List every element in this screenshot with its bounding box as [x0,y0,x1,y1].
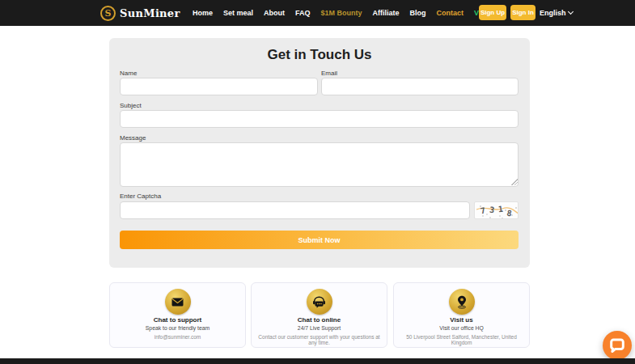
card-subtitle: 24/7 Live Support [252,325,387,331]
nav-item-contact[interactable]: Contact [437,9,464,17]
gold-badge [449,289,475,315]
captcha-field[interactable] [120,201,470,219]
sign-in-button[interactable]: Sign In [510,5,536,20]
captcha-image[interactable]: 7 3 1 8 [474,201,519,219]
captcha-digit: 3 [489,205,496,214]
captcha-digits: 7 3 1 8 [475,202,518,218]
chat-widget-button[interactable] [603,331,632,360]
footer-top-strip [0,358,635,364]
nav-item-blog[interactable]: Blog [410,9,426,17]
card-address: 50 Liverpool Street Salford, Manchester,… [394,334,529,345]
contact-card-online: Chat to online 24/7 Live Support Contact… [251,282,387,348]
sign-up-button[interactable]: Sign Up [479,5,506,20]
brand-name: SunMiner [120,7,180,19]
brand-logo[interactable]: S SunMiner [100,0,180,26]
submit-button[interactable]: Submit Now [120,231,519,249]
subject-field[interactable] [120,110,519,128]
nav-item-home[interactable]: Home [193,9,213,17]
captcha-label: Enter Captcha [120,193,161,200]
logo-letter: S [105,9,112,18]
card-email[interactable]: info@sunminer.com [110,334,245,340]
contact-card-support: Chat to support Speak to our friendly te… [109,282,246,348]
nav-item-bounty[interactable]: $1M Bounty [321,9,362,17]
nav-item-affiliate[interactable]: Affiliate [373,9,400,17]
contact-card-visit: Visit us Visit our office HQ 50 Liverpoo… [393,282,530,348]
headset-chat-icon [312,296,326,308]
card-title: Visit us [394,316,529,324]
email-label: Email [321,70,337,77]
contact-form-panel: Get in Touch Us Name Email Subject Messa… [109,38,530,268]
location-pin-icon [456,295,468,309]
chat-bubble-icon [610,338,624,353]
subject-label: Subject [120,102,142,109]
card-subtitle: Visit our office HQ [394,325,529,331]
captcha-digit: 1 [497,204,503,214]
language-label: English [540,9,566,17]
message-label: Message [120,134,146,142]
name-label: Name [120,70,137,77]
sunminer-logo-icon: S [100,6,116,21]
captcha-digit: 8 [506,208,512,218]
nav-item-faq[interactable]: FAQ [295,9,311,17]
email-field[interactable] [321,78,519,95]
message-field[interactable] [120,142,519,187]
nav-item-about[interactable]: About [264,9,285,17]
card-detail: Contact our customer support with your q… [252,334,387,345]
page: S SunMiner Home Set meal About FAQ $1M B… [0,0,635,364]
card-subtitle: Speak to our friendly team [110,325,245,331]
card-title: Chat to online [252,316,387,324]
gold-badge [165,289,191,315]
top-navbar: S SunMiner Home Set meal About FAQ $1M B… [0,0,635,26]
language-selector[interactable]: English [540,9,574,17]
envelope-icon [171,298,184,307]
card-title: Chat to support [110,316,245,324]
chevron-down-icon [568,9,574,15]
gold-badge [307,289,332,315]
captcha-digit: 7 [480,205,486,215]
nav-item-set-meal[interactable]: Set meal [223,9,253,17]
name-field[interactable] [120,78,318,95]
form-title: Get in Touch Us [109,47,530,63]
